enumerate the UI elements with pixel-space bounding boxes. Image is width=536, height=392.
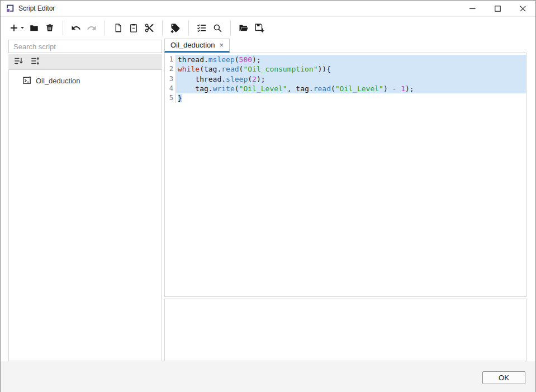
undo-icon bbox=[71, 23, 81, 33]
undo-button[interactable] bbox=[68, 20, 84, 36]
tree-item[interactable]: Oil_deduction bbox=[9, 74, 162, 87]
line-content: } bbox=[176, 93, 526, 103]
redo-button[interactable] bbox=[84, 20, 99, 36]
code-line[interactable]: 3 thread.sleep(2); bbox=[165, 74, 526, 84]
search-input[interactable] bbox=[8, 40, 162, 53]
close-button[interactable] bbox=[510, 1, 535, 16]
line-content: thread.sleep(2); bbox=[176, 74, 526, 84]
new-group-button[interactable] bbox=[26, 20, 42, 36]
tab-Oil_deduction[interactable]: Oil_deduction× bbox=[164, 39, 230, 53]
line-number: 2 bbox=[165, 64, 176, 74]
import-button[interactable] bbox=[236, 20, 252, 36]
export-button[interactable] bbox=[252, 20, 267, 36]
sort-descending-icon bbox=[13, 56, 23, 68]
output-panel bbox=[164, 299, 526, 361]
plus-icon bbox=[9, 23, 19, 33]
code-line[interactable]: 4 tag.write("Oil_Level", tag.read("Oil_L… bbox=[165, 84, 526, 93]
sort-descending-button[interactable] bbox=[12, 56, 25, 68]
script-icon bbox=[22, 75, 32, 86]
script-editor-window: Script Editor Oil_deduction Oil_deductio… bbox=[0, 0, 536, 392]
add-script-button[interactable] bbox=[7, 20, 26, 36]
code-line[interactable]: 2while(tag.read("Oil_consumption")){ bbox=[165, 64, 526, 74]
sort-bar bbox=[8, 54, 162, 69]
titlebar: Script Editor bbox=[1, 1, 535, 16]
code-editor[interactable]: 1thread.msleep(500);2while(tag.read("Oil… bbox=[164, 53, 526, 297]
toolbar-separator bbox=[63, 21, 63, 35]
redo-icon bbox=[87, 23, 97, 33]
window-controls bbox=[460, 1, 535, 16]
toolbar-separator bbox=[230, 21, 231, 35]
cut-button[interactable] bbox=[141, 20, 157, 36]
window-title: Script Editor bbox=[18, 4, 55, 12]
editor-area: Oil_deduction× 1thread.msleep(500);2whil… bbox=[164, 39, 526, 361]
paste-button[interactable] bbox=[126, 20, 141, 36]
minimize-icon bbox=[469, 6, 476, 12]
toolbar-separator bbox=[105, 21, 105, 35]
sort-updown-button[interactable] bbox=[29, 56, 42, 68]
checklist-icon bbox=[197, 23, 207, 33]
script-tree: Oil_deduction bbox=[8, 69, 162, 361]
copy-icon bbox=[113, 23, 123, 33]
maximize-icon bbox=[495, 6, 501, 12]
delete-script-button[interactable] bbox=[42, 20, 58, 36]
trash-icon bbox=[45, 23, 55, 33]
tab-bar: Oil_deduction× bbox=[164, 39, 526, 53]
folder-open-icon bbox=[239, 23, 249, 33]
line-content: tag.write("Oil_Level", tag.read("Oil_Lev… bbox=[176, 84, 526, 93]
tab-close-icon[interactable]: × bbox=[220, 41, 224, 49]
paste-icon bbox=[129, 23, 139, 33]
copy-button[interactable] bbox=[110, 20, 126, 36]
maximize-button[interactable] bbox=[485, 1, 510, 16]
ok-button[interactable]: OK bbox=[482, 371, 525, 384]
line-content: while(tag.read("Oil_consumption")){ bbox=[176, 64, 526, 74]
script-sidebar: Oil_deduction bbox=[8, 40, 162, 361]
app-logo-icon bbox=[6, 4, 14, 13]
folder-icon bbox=[29, 23, 39, 33]
line-number: 4 bbox=[165, 84, 176, 93]
find-button[interactable] bbox=[210, 20, 225, 36]
minimize-button[interactable] bbox=[460, 1, 485, 16]
line-number: 3 bbox=[165, 74, 176, 84]
line-number: 5 bbox=[165, 93, 176, 103]
search-icon bbox=[212, 23, 222, 33]
code-line[interactable]: 1thread.msleep(500); bbox=[165, 55, 526, 64]
code-lines: 1thread.msleep(500);2while(tag.read("Oil… bbox=[165, 53, 526, 103]
toolbar-separator bbox=[162, 21, 163, 35]
toolbar bbox=[1, 16, 535, 39]
tab-label: Oil_deduction bbox=[170, 41, 215, 49]
line-content: thread.msleep(500); bbox=[176, 55, 526, 64]
function-list-button[interactable] bbox=[194, 20, 210, 36]
footer-bar: OK bbox=[1, 361, 535, 392]
save-icon bbox=[254, 23, 264, 33]
tree-item-label: Oil_deduction bbox=[36, 77, 80, 85]
tag-plus-icon bbox=[170, 23, 181, 33]
sort-updown-icon bbox=[30, 56, 40, 68]
toolbar-separator bbox=[188, 21, 189, 35]
caret-down-icon bbox=[20, 26, 25, 30]
close-icon bbox=[520, 6, 526, 12]
insert-tag-button[interactable] bbox=[168, 20, 183, 36]
cut-icon bbox=[144, 23, 154, 33]
line-number: 1 bbox=[165, 55, 176, 64]
code-line[interactable]: 5} bbox=[165, 93, 526, 103]
